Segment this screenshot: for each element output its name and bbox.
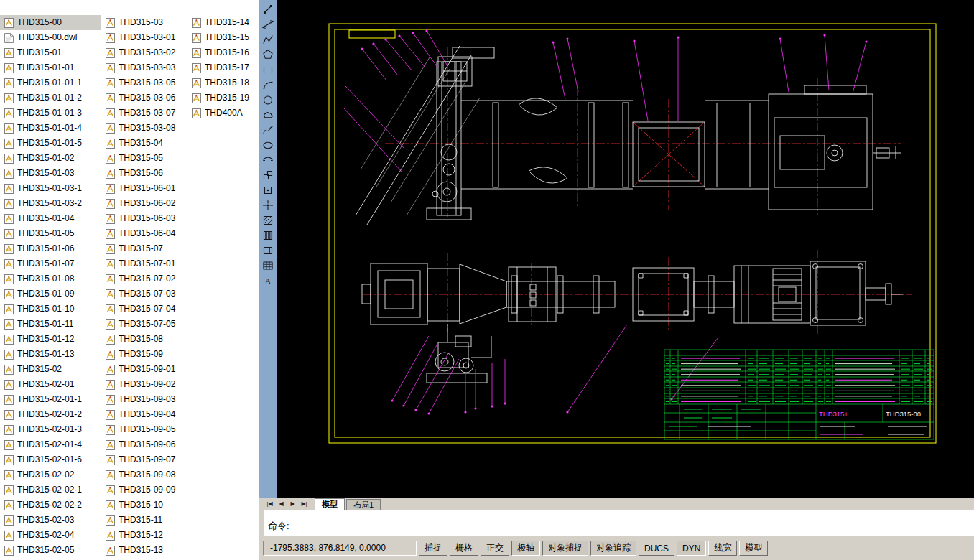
file-list-item[interactable]: THD315-06-04 bbox=[101, 226, 187, 241]
file-list-item[interactable]: THD315-09-03 bbox=[101, 392, 187, 407]
file-list-item[interactable]: THD315-02-02 bbox=[0, 467, 101, 482]
file-list-item[interactable]: THD315-09-06 bbox=[101, 437, 187, 452]
tool-ellipse-arc-button[interactable] bbox=[261, 153, 276, 167]
file-list-item[interactable]: THD315-09-04 bbox=[101, 407, 187, 422]
file-list-item[interactable]: THD315-02 bbox=[0, 362, 101, 377]
command-window-grip[interactable] bbox=[259, 510, 264, 536]
file-list-item[interactable]: THD315-03-01 bbox=[101, 30, 187, 45]
status-toggle-dyn[interactable]: DYN bbox=[677, 541, 706, 556]
file-list-item[interactable]: THD315-03-07 bbox=[101, 106, 187, 121]
file-list-item[interactable]: THD315-02-04 bbox=[0, 528, 101, 543]
tool-polyline-button[interactable] bbox=[261, 32, 276, 47]
file-list-item[interactable]: THD315-07-05 bbox=[101, 317, 187, 332]
file-list-item[interactable]: THD315-02-01-4 bbox=[0, 437, 101, 452]
file-list-item[interactable]: THD315-01-01-3 bbox=[0, 106, 101, 121]
tool-multiline-text-button[interactable]: A bbox=[261, 274, 276, 288]
tool-insert-block-button[interactable] bbox=[261, 168, 276, 182]
status-toggle-osnap[interactable]: 对象捕捉 bbox=[542, 541, 588, 556]
file-list-item[interactable]: THD315-10 bbox=[101, 498, 187, 513]
file-list-item[interactable]: THD400A bbox=[187, 106, 259, 121]
file-list-item[interactable]: THD315-09-02 bbox=[101, 377, 187, 392]
file-list-item[interactable]: THD315-03-03 bbox=[101, 60, 187, 75]
file-list-item[interactable]: THD315-07-01 bbox=[101, 256, 187, 271]
file-list-item[interactable]: THD315-04 bbox=[101, 136, 187, 151]
status-toggle-model-space[interactable]: 模型 bbox=[739, 541, 768, 556]
tool-region-button[interactable] bbox=[261, 243, 276, 258]
file-list-item[interactable]: THD315-09 bbox=[101, 347, 187, 362]
status-toggle-grid[interactable]: 栅格 bbox=[450, 541, 478, 556]
file-list-item[interactable]: THD315-01-03-1 bbox=[0, 181, 101, 196]
file-list-item[interactable]: THD315-01-13 bbox=[0, 347, 101, 362]
file-list-item[interactable]: THD315-02-03 bbox=[0, 513, 101, 528]
file-list-item[interactable]: THD315-01-05 bbox=[0, 226, 101, 241]
file-list-item[interactable]: THD315-18 bbox=[187, 75, 259, 90]
file-list-item[interactable]: THD315-03-08 bbox=[101, 121, 187, 136]
file-list-item[interactable]: THD315-13 bbox=[101, 543, 187, 558]
file-list-item[interactable]: THD315-08 bbox=[101, 332, 187, 347]
file-list-item[interactable]: THD315-00 bbox=[0, 15, 101, 30]
file-list-item[interactable]: THD315-03 bbox=[101, 15, 187, 30]
file-list-item[interactable]: THD315-06-02 bbox=[101, 196, 187, 211]
file-list-item[interactable]: THD315-19 bbox=[187, 90, 259, 106]
file-list-item[interactable]: THD315-09-08 bbox=[101, 467, 187, 482]
file-list-item[interactable]: THD315-09-07 bbox=[101, 452, 187, 467]
file-list-item[interactable]: THD315-01-01-1 bbox=[0, 75, 101, 90]
tool-spline-button[interactable] bbox=[261, 123, 276, 137]
file-list-item[interactable]: THD315-02-01-3 bbox=[0, 422, 101, 437]
file-list-item[interactable]: THD315-16 bbox=[187, 45, 259, 60]
file-list-item[interactable]: THD315-01-03 bbox=[0, 166, 101, 181]
file-list-item[interactable]: THD315-01-10 bbox=[0, 302, 101, 317]
file-list-item[interactable]: THD315-05 bbox=[101, 151, 187, 166]
file-list-item[interactable]: THD315-12 bbox=[101, 528, 187, 543]
file-list-item[interactable]: THD315-06-03 bbox=[101, 211, 187, 226]
file-list-item[interactable]: THD315-01 bbox=[0, 45, 101, 60]
tab-model[interactable]: 模型 bbox=[315, 498, 345, 510]
file-list-item[interactable]: THD315-01-03-2 bbox=[0, 196, 101, 211]
file-list-item[interactable]: THD315-01-11 bbox=[0, 317, 101, 332]
file-list-item[interactable]: THD315-06-01 bbox=[101, 181, 187, 196]
tool-line-button[interactable] bbox=[261, 2, 276, 17]
tool-construction-line-button[interactable] bbox=[261, 17, 276, 32]
file-list-item[interactable]: THD315-11 bbox=[101, 513, 187, 528]
tool-table-button[interactable] bbox=[261, 258, 276, 273]
cad-canvas[interactable]: THD315+ THD315-00 bbox=[277, 0, 974, 498]
file-list-item[interactable]: THD315-02-01 bbox=[0, 377, 101, 392]
file-list-item[interactable]: THD315-01-01-2 bbox=[0, 90, 101, 106]
file-list-item[interactable]: THD315-01-08 bbox=[0, 271, 101, 286]
file-list-item[interactable]: THD315-09-09 bbox=[101, 482, 187, 498]
file-list-item[interactable]: THD315-02-01-2 bbox=[0, 407, 101, 422]
file-list-item[interactable]: THD315-07-03 bbox=[101, 286, 187, 302]
file-list-item[interactable]: THD315-01-09 bbox=[0, 286, 101, 302]
file-list-item[interactable]: THD315-02-02-1 bbox=[0, 482, 101, 498]
file-list-item[interactable]: THD315-09-01 bbox=[101, 362, 187, 377]
last-tab-button[interactable]: ▶| bbox=[299, 499, 310, 509]
file-list-item[interactable]: THD315-07-02 bbox=[101, 271, 187, 286]
tool-make-block-button[interactable] bbox=[261, 183, 276, 197]
first-tab-button[interactable]: |◀ bbox=[264, 499, 275, 509]
file-list-item[interactable]: THD315-15 bbox=[187, 30, 259, 45]
tool-gradient-button[interactable] bbox=[261, 228, 276, 243]
status-toggle-otrack[interactable]: 对象追踪 bbox=[590, 541, 636, 556]
file-list-item[interactable]: THD315-02-01-6 bbox=[0, 452, 101, 467]
tool-rectangle-button[interactable] bbox=[261, 62, 276, 77]
file-list-item[interactable]: THD315-01-02 bbox=[0, 151, 101, 166]
status-toggle-ducs[interactable]: DUCS bbox=[639, 541, 674, 556]
file-list-item[interactable]: THD315-07 bbox=[101, 241, 187, 256]
tool-circle-button[interactable] bbox=[261, 93, 276, 107]
tool-hatch-button[interactable] bbox=[261, 213, 276, 228]
tool-revision-cloud-button[interactable] bbox=[261, 108, 276, 122]
file-list-item[interactable]: THD315-14 bbox=[187, 15, 259, 30]
file-list-item[interactable]: THD315-02-05 bbox=[0, 543, 101, 558]
file-list-item[interactable]: THD315-03-02 bbox=[101, 45, 187, 60]
status-toggle-ortho[interactable]: 正交 bbox=[481, 541, 509, 556]
tool-arc-button[interactable] bbox=[261, 78, 276, 92]
prev-tab-button[interactable]: ◀ bbox=[276, 499, 287, 509]
file-list-item[interactable]: THD315-01-07 bbox=[0, 256, 101, 271]
file-list-item[interactable]: THD315-02-01-1 bbox=[0, 392, 101, 407]
file-list-item[interactable]: THD315-07-04 bbox=[101, 302, 187, 317]
file-list-item[interactable]: THD315-01-01 bbox=[0, 60, 101, 75]
tool-ellipse-button[interactable] bbox=[261, 138, 276, 152]
file-list-item[interactable]: THD315-01-01-4 bbox=[0, 121, 101, 136]
command-window[interactable]: 命令: bbox=[259, 510, 974, 536]
file-list-item[interactable]: THD315-17 bbox=[187, 60, 259, 75]
